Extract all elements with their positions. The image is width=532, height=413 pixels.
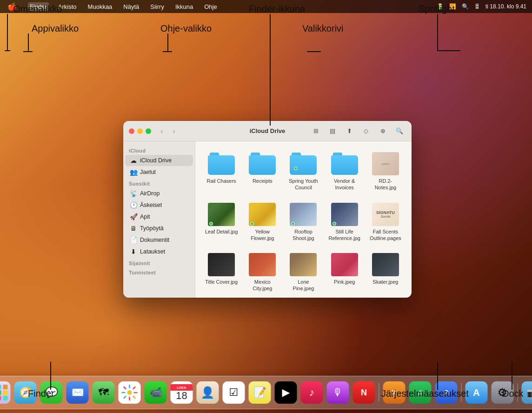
menu-arkisto[interactable]: Arkisto	[56, 2, 79, 11]
dock-item-appstore[interactable]: A	[465, 380, 489, 405]
file-item-pink[interactable]: Pink.jpeg	[325, 249, 364, 296]
sidebar-item-tyopoyta[interactable]: 🖥 Työpöytä	[125, 223, 193, 234]
dock-icon-safari: 🧭	[14, 381, 37, 404]
menu-ikkuna[interactable]: Ikkuna	[173, 2, 195, 11]
dock-item-notes[interactable]: 📝	[248, 380, 272, 405]
search-icon[interactable]: 🔍	[462, 3, 469, 10]
apple-menu[interactable]: 🍎	[6, 1, 19, 12]
dock-item-podcasts[interactable]: 🎙	[326, 380, 350, 405]
sidebar-item-apit[interactable]: 🚀 Apit	[125, 211, 193, 222]
dock-item-messages[interactable]: 💬	[40, 380, 64, 405]
dock-icon-keynote: K	[383, 381, 406, 404]
dock-item-safari[interactable]: 🧭	[13, 380, 38, 405]
dock-item-launchpad[interactable]	[0, 380, 12, 405]
dock-icon-screenshot: 📷	[522, 381, 532, 404]
dock-item-maps[interactable]: 🗺	[92, 380, 116, 405]
file-item-rooftop[interactable]: Rooftop Shoot.jpg	[284, 199, 323, 246]
file-item-vendor[interactable]: Vendor & Invoices	[325, 148, 364, 195]
file-item-lonepine[interactable]: Lone Pine.jpeg	[284, 249, 323, 296]
sidebar-section-tunnisteet: Tunnisteet	[123, 267, 195, 276]
dock-item-music[interactable]: ♪	[300, 380, 324, 405]
dock-item-numbers[interactable]: #	[408, 380, 432, 405]
dock-item-calendar[interactable]: LOKA 18	[170, 380, 194, 405]
dock-icon-photos	[119, 381, 141, 404]
file-name-spring-youth: Spring Youth Council	[286, 178, 320, 191]
window-close-button[interactable]	[129, 128, 134, 134]
thumb-title-cover	[208, 253, 235, 276]
file-item-receipts[interactable]: Receipts	[243, 148, 282, 195]
back-button[interactable]: ‹	[157, 126, 167, 136]
sidebar-item-jaetut[interactable]: 👥 Jaetut	[125, 167, 193, 178]
line-h-appivalikko	[23, 51, 33, 52]
menu-finder[interactable]: Finder	[28, 2, 49, 11]
view-grid-button[interactable]: ⊞	[309, 126, 322, 136]
file-item-fall-scents[interactable]: SIGNATU Scents Fall Scents Outline.pages	[366, 199, 405, 246]
dock-item-pages[interactable]: P	[434, 380, 459, 405]
search-button[interactable]: 🔍	[393, 126, 406, 136]
dock-icon-music: ♪	[301, 381, 323, 404]
dock-item-contacts[interactable]: 👤	[196, 380, 220, 405]
dock-item-keynote[interactable]: K	[382, 380, 406, 405]
dock-item-mail[interactable]: ✉️	[66, 380, 90, 405]
file-name-rd-notes: RD.2-Notes.jpg	[369, 178, 402, 191]
file-item-skater[interactable]: Skater.jpeg	[366, 249, 405, 296]
view-columns-button[interactable]: ▤	[326, 126, 339, 136]
sidebar-section-sijainnit: Sijainnit	[123, 258, 195, 267]
sidebar-item-dokumentit[interactable]: 📄 Dokumentit	[125, 234, 193, 246]
status-dot-leaf	[209, 222, 213, 226]
svg-line-6	[133, 396, 135, 398]
status-dot-flower	[250, 222, 254, 226]
menu-nayta[interactable]: Näytä	[121, 2, 141, 11]
line-omenalikko	[7, 14, 8, 51]
dock-item-facetime[interactable]: 📹	[144, 380, 168, 405]
menubar: 🍎 Finder Arkisto Muokkaa Näytä Siirry Ik…	[0, 0, 532, 13]
file-item-leaf[interactable]: Leaf Detail.jpg	[202, 199, 241, 246]
window-maximize-button[interactable]	[146, 128, 151, 134]
sidebar-label-icloud-drive: iCloud Drive	[140, 157, 172, 164]
file-item-title-cover[interactable]: Title Cover.jpg	[202, 249, 241, 296]
dock-item-screenshot[interactable]: 📷	[521, 380, 532, 405]
file-item-rail-chasers[interactable]: Rail Chasers	[202, 148, 241, 195]
file-item-stilllife[interactable]: Still Life Reference.jpg	[325, 199, 364, 246]
clock: ti 18.10. klo 9.41	[485, 3, 526, 10]
menu-siirry[interactable]: Siirry	[148, 2, 166, 11]
dock-icon-messages: 💬	[40, 381, 63, 404]
tag-button[interactable]: ◇	[359, 126, 372, 136]
file-item-mexico[interactable]: Mexico City.jpeg	[243, 249, 282, 296]
window-minimize-button[interactable]	[137, 128, 143, 134]
jaetut-icon: 👥	[130, 168, 137, 176]
file-item-flower[interactable]: Yellow Flower.jpg	[243, 199, 282, 246]
annotation-appivalikko: Appivalikko	[32, 23, 79, 34]
sidebar-item-lataukset[interactable]: ⬇ Lataukset	[125, 246, 193, 257]
menu-muokkaa[interactable]: Muokkaa	[86, 2, 114, 11]
file-name-vendor: Vendor & Invoices	[328, 178, 361, 191]
sidebar-label-askeiset: Äskeiset	[140, 202, 162, 208]
svg-point-0	[127, 390, 132, 395]
file-item-spring-youth[interactable]: Spring Youth Council	[284, 148, 323, 195]
window-title: iCloud Drive	[250, 127, 286, 134]
dock-item-photos[interactable]	[118, 380, 142, 405]
dock-item-settings[interactable]: ⚙	[491, 380, 515, 405]
share-button[interactable]: ⬆	[343, 126, 356, 136]
file-item-rd-notes[interactable]: notes RD.2-Notes.jpg	[366, 148, 405, 195]
dock-item-reminders[interactable]: ☑	[222, 380, 246, 405]
sidebar-item-askeiset[interactable]: 🕐 Äskeiset	[125, 200, 193, 211]
sidebar-label-jaetut: Jaetut	[140, 169, 156, 175]
sidebar-section-suosikit: Suosikit	[123, 178, 195, 187]
dock-item-news[interactable]: N	[352, 380, 376, 405]
dock-item-tv[interactable]: ▶	[274, 380, 298, 405]
sidebar-item-airdrop[interactable]: 📡 AirDrop	[125, 188, 193, 199]
dock-icon-reminders: ☑	[223, 381, 245, 404]
dock-separator-3	[518, 383, 518, 402]
sidebar-label-lataukset: Lataukset	[140, 248, 165, 255]
controlcenter-icon[interactable]: 🎛	[474, 3, 480, 10]
dock-icon-settings: ⚙	[492, 381, 514, 404]
sidebar-item-icloud-drive[interactable]: ☁ iCloud Drive	[125, 155, 193, 166]
desktop: 🍎 Finder Arkisto Muokkaa Näytä Siirry Ik…	[0, 0, 532, 413]
dock-icon-notes: 📝	[249, 381, 271, 404]
more-button[interactable]: ⊕	[376, 126, 389, 136]
forward-button[interactable]: ›	[169, 126, 179, 136]
menu-ohje[interactable]: Ohje	[202, 2, 219, 11]
file-name-title-cover: Title Cover.jpg	[205, 279, 238, 285]
status-dot-stilllife	[332, 222, 336, 226]
